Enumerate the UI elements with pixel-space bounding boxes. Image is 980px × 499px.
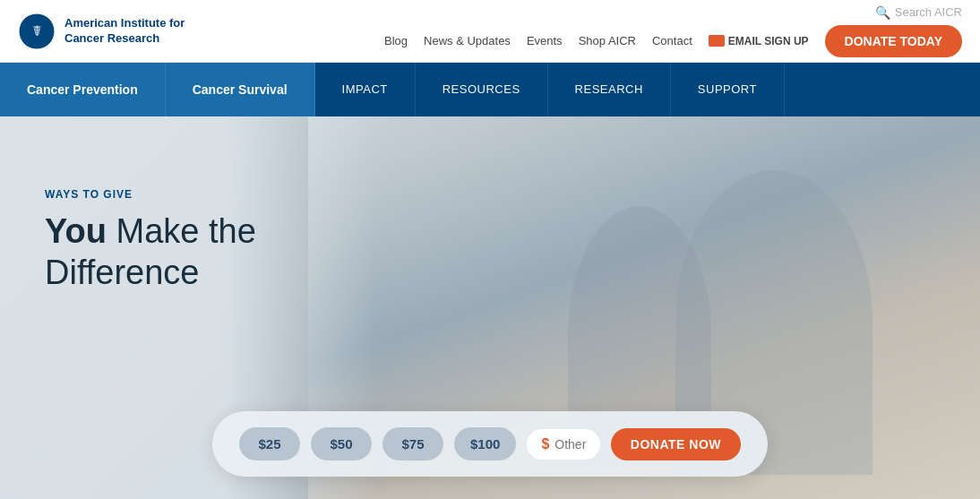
nav-blog[interactable]: Blog bbox=[384, 34, 408, 47]
nav-research[interactable]: RESEARCH bbox=[548, 63, 671, 116]
main-nav: Cancer Prevention Cancer Survival IMPACT… bbox=[0, 63, 980, 116]
search-placeholder: Search AICR bbox=[895, 5, 962, 19]
email-signup[interactable]: EMAIL SIGN UP bbox=[709, 35, 809, 47]
other-amount-input[interactable] bbox=[554, 437, 586, 452]
email-icon bbox=[709, 35, 725, 47]
donate-today-button[interactable]: DONATE TODAY bbox=[825, 25, 962, 57]
logo-text: American Institute for Cancer Research bbox=[64, 16, 185, 47]
dollar-sign-icon: $ bbox=[541, 436, 549, 452]
logo[interactable]: ☤ American Institute for Cancer Research bbox=[18, 13, 185, 50]
amount-50-button[interactable]: $50 bbox=[311, 427, 372, 460]
top-nav: Blog News & Updates Events Shop AICR Con… bbox=[384, 25, 962, 57]
nav-impact[interactable]: IMPACT bbox=[315, 63, 416, 116]
amount-75-button[interactable]: $75 bbox=[383, 427, 443, 460]
hero-eyebrow: WAYS TO GIVE bbox=[45, 188, 256, 201]
nav-contact[interactable]: Contact bbox=[652, 34, 692, 47]
nav-shop[interactable]: Shop AICR bbox=[579, 34, 636, 47]
hero-headline-bold: You bbox=[45, 212, 107, 250]
search-bar[interactable]: 🔍 Search AICR bbox=[875, 5, 962, 20]
donate-now-button[interactable]: DONATE NOW bbox=[611, 428, 741, 460]
amount-100-button[interactable]: $100 bbox=[454, 427, 516, 460]
other-amount-field: $ bbox=[527, 429, 599, 460]
search-icon: 🔍 bbox=[875, 5, 890, 20]
nav-support[interactable]: SUPPORT bbox=[671, 63, 785, 116]
hero-section: WAYS TO GIVE You Make theDifference $25 … bbox=[0, 116, 980, 499]
nav-cancer-prevention[interactable]: Cancer Prevention bbox=[0, 63, 166, 116]
hero-content: WAYS TO GIVE You Make theDifference bbox=[0, 116, 301, 329]
top-bar: ☤ American Institute for Cancer Research… bbox=[0, 0, 980, 63]
amount-25-button[interactable]: $25 bbox=[239, 427, 300, 460]
nav-resources[interactable]: RESOURCES bbox=[416, 63, 548, 116]
top-right-section: 🔍 Search AICR Blog News & Updates Events… bbox=[384, 5, 962, 57]
svg-text:☤: ☤ bbox=[32, 23, 42, 39]
hero-headline: You Make theDifference bbox=[45, 211, 256, 293]
nav-news[interactable]: News & Updates bbox=[424, 34, 511, 47]
nav-cancer-survival[interactable]: Cancer Survival bbox=[166, 63, 315, 116]
nav-events[interactable]: Events bbox=[527, 34, 563, 47]
aicr-logo-icon: ☤ bbox=[18, 13, 56, 50]
donation-widget: $25 $50 $75 $100 $ DONATE NOW bbox=[212, 411, 768, 477]
